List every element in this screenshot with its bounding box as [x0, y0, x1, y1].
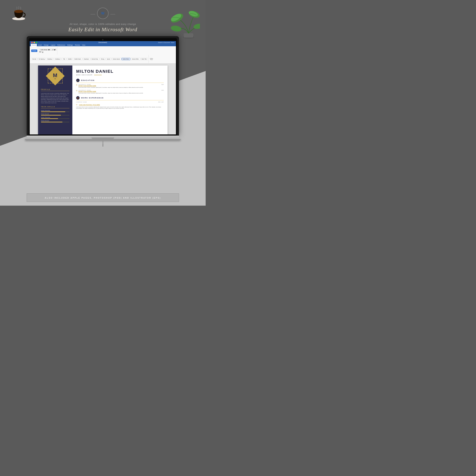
avatar-diamond: M 33: [46, 67, 65, 85]
edu-entry-2: UNIVERSITY NAME 2014 ENTER YOUR DEGREE N…: [76, 90, 164, 94]
profile-title: PROFILE: [41, 88, 69, 91]
menu-view[interactable]: View: [81, 44, 86, 46]
style-intense-ref[interactable]: Intense Refer.: [131, 58, 140, 60]
close-button[interactable]: [31, 42, 33, 43]
work-section: 💼 WORK EXPERIENCE COMPANY NAME: [76, 96, 164, 109]
menu-review[interactable]: Review: [74, 44, 81, 46]
bottom-banner-text: ALSO INCLUDED APPLE PAGES, PHOTOSHOP (PS…: [45, 197, 161, 199]
work-title: WORK EXPERIENCE: [81, 97, 104, 99]
font-family-select[interactable]: Calibri (Body): [39, 49, 51, 51]
style-no-spacing[interactable]: No Spacing: [37, 58, 46, 60]
skill-item: Adobe Illustrator: [41, 113, 69, 116]
scene: W All text, shape, color is 100% editabl…: [0, 0, 206, 206]
work-entry-1: COMPANY NAME YOUR JOB POSITION / TITLE H…: [76, 102, 164, 109]
word-icon-area: W: [90, 8, 115, 21]
ribbon: Paste Calibri (Body) 12: [30, 46, 176, 64]
laptop-bezel: Document1 Search in Document Share Home …: [29, 38, 177, 136]
coffee-cup: [11, 6, 27, 21]
skills-title: TECH SKILLS: [41, 106, 69, 108]
laptop-base: [27, 136, 179, 139]
style-book-title[interactable]: Book Title: [140, 58, 148, 60]
menu-insert[interactable]: Insert: [37, 44, 43, 46]
title-underline: [94, 75, 102, 75]
svg-rect-3: [184, 33, 193, 37]
style-heading1[interactable]: Heading 1: [46, 58, 53, 60]
style-gallery: Normal No Spacing Heading 1 Heading 2 Ti…: [31, 58, 148, 60]
font-section: Calibri (Body) 12 B I U: [39, 47, 57, 55]
subtitle-big: Easily Edit in Microsoft Word: [68, 26, 137, 33]
style-subtitle[interactable]: Subtitle: [67, 58, 73, 60]
paste-section: Paste: [31, 47, 38, 55]
work-entry-header: COMPANY NAME YOUR JOB POSITION / TITLE H…: [76, 102, 164, 106]
bold-button[interactable]: B: [39, 51, 41, 53]
search-label[interactable]: Search in Document: [158, 42, 170, 43]
camera: [102, 39, 103, 40]
work-header: 💼 WORK EXPERIENCE: [76, 96, 164, 100]
profile-text: Lorem ipsum dolor sit amet, consectetur …: [41, 93, 69, 103]
menu-references[interactable]: References: [56, 44, 66, 46]
resume-job-title: WEB DESIGNER: [76, 74, 93, 76]
bottom-banner: ALSO INCLUDED APPLE PAGES, PHOTOSHOP (PS…: [27, 193, 179, 202]
laptop-screen: Document1 Search in Document Share Home …: [30, 41, 176, 135]
menu-mailings[interactable]: Mailings: [66, 44, 74, 46]
skill-item: Adobe Photoshop: [41, 110, 69, 112]
style-intense-emph[interactable]: Intense Emp.: [90, 58, 99, 60]
avatar-initial: M 33: [53, 72, 57, 79]
underline-button[interactable]: U: [42, 51, 43, 53]
editing-section: DullesPane: [149, 55, 154, 63]
laptop-screen-outer: Document1 Search in Document Share Home …: [27, 36, 179, 136]
style-subtle-emph[interactable]: Subtle Emph.: [73, 58, 82, 60]
work-icon: 💼: [76, 96, 80, 100]
doc-title: Document1: [99, 41, 107, 43]
edu-bullet: [76, 84, 77, 85]
menu-design[interactable]: Design: [43, 44, 50, 46]
doc-content: M 33 PROFILE Lorem ipsum dolor sit amet,…: [30, 64, 176, 135]
style-strong[interactable]: Strong: [100, 58, 105, 60]
paste-button[interactable]: Paste: [31, 50, 37, 52]
laptop-hinge: [91, 137, 114, 139]
education-title: EDUCATION: [81, 79, 95, 81]
education-header: 🎓 EDUCATION: [76, 79, 164, 83]
avatar-area: M 33: [41, 69, 69, 86]
subtitle-small: All text, shape, color is 100% editable …: [68, 23, 137, 26]
edu-content-2: UNIVERSITY NAME 2014 ENTER YOUR DEGREE N…: [78, 90, 164, 94]
menu-bar: Home Insert Design Layout References Mai…: [30, 44, 176, 46]
education-section: 🎓 EDUCATION UNIVERSITY NAME: [76, 79, 164, 94]
word-w-letter: W: [101, 11, 104, 16]
cable-area: [27, 140, 179, 147]
work-bullet: [76, 104, 77, 105]
laptop: Document1 Search in Document Share Home …: [27, 36, 179, 147]
edu-bullet: [76, 90, 77, 91]
edu-content-1: UNIVERSITY NAME 2014 ENTER YOUR DEGREE N…: [78, 84, 164, 88]
style-title[interactable]: Title: [62, 58, 66, 60]
resume-left-sidebar: M 33 PROFILE Lorem ipsum dolor sit amet,…: [38, 66, 72, 135]
subtitle-area: All text, shape, color is 100% editable …: [68, 23, 137, 33]
style-quote[interactable]: Quote: [106, 58, 111, 60]
style-emphasis[interactable]: Emphasis: [83, 58, 90, 60]
italic-button[interactable]: I: [41, 51, 41, 53]
resume-title-line: WEB DESIGNER: [76, 74, 164, 76]
education-icon: 🎓: [76, 79, 80, 82]
style-intense-quote[interactable]: Intense Quote: [112, 58, 121, 60]
style-normal[interactable]: Normal: [31, 58, 37, 60]
style-subtle-ref[interactable]: Subtle Refer.: [121, 58, 130, 60]
font-size-select[interactable]: 12: [51, 49, 56, 51]
menu-home[interactable]: Home: [31, 44, 37, 46]
share-btn[interactable]: Share: [171, 42, 174, 43]
skills-list: Adobe Photoshop Adobe Illustrator Adobe …: [41, 110, 69, 122]
resume-name: MILTON DANIEL: [76, 69, 164, 73]
style-heading2[interactable]: Heading 2: [54, 58, 62, 60]
styles-section: Normal No Spacing Heading 1 Heading 2 Ti…: [31, 55, 149, 63]
menu-layout[interactable]: Layout: [50, 44, 56, 46]
resume-right-content: MILTON DANIEL WEB DESIGNER 🎓 EDUCA: [72, 66, 168, 135]
resume: M 33 PROFILE Lorem ipsum dolor sit amet,…: [38, 66, 168, 135]
svg-point-8: [170, 25, 182, 32]
edu-entry-1: UNIVERSITY NAME 2014 ENTER YOUR DEGREE N…: [76, 84, 164, 88]
maximize-button[interactable]: [36, 42, 37, 43]
word-icon: W: [97, 8, 108, 19]
skill-item: Adobe Photoshop: [41, 117, 69, 119]
minimize-button[interactable]: [34, 42, 35, 43]
title-bar: Document1 Search in Document Share: [30, 41, 176, 44]
plant: [162, 2, 200, 40]
svg-point-1: [14, 10, 23, 13]
